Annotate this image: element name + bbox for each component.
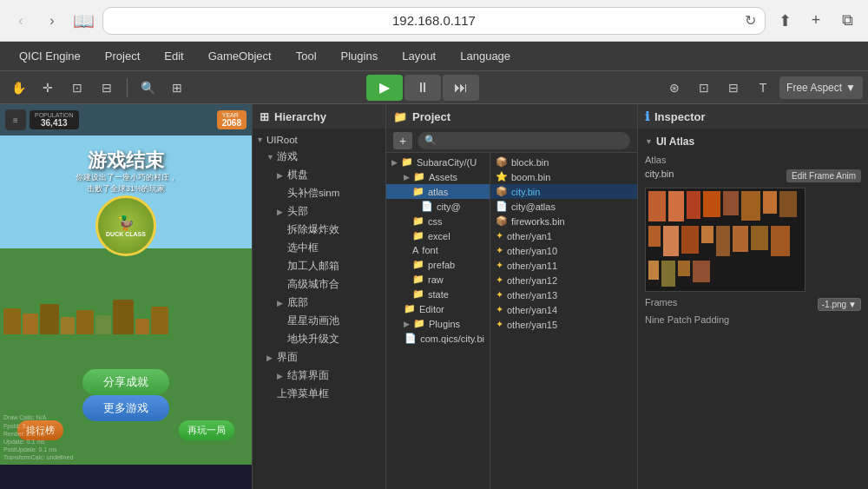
hierarchy-item-head[interactable]: ▶ 头部 [253, 202, 385, 221]
aspect-dropdown[interactable]: Free Aspect ▼ [779, 76, 863, 99]
hierarchy-item-game[interactable]: ▼ 游戏 [253, 148, 385, 166]
grid-tool[interactable]: ⊞ [164, 76, 190, 100]
sparkle-icon: ✦ [496, 245, 503, 256]
obj-tool-3[interactable]: ⊟ [720, 76, 746, 100]
file-other-yan11[interactable]: ✦ other/yan11 [490, 258, 637, 273]
stat-bar: ≡ POPULATION 36,413 YEAR 2068 [0, 104, 252, 135]
pause-button[interactable]: ⏸ [404, 75, 441, 101]
folder-com-qics[interactable]: 📄 com.qics/city.bi [386, 331, 490, 346]
project-add-button[interactable]: + [393, 132, 412, 149]
population-display: POPULATION 36,413 [30, 110, 79, 129]
folder-atlas[interactable]: 📁 atlas [386, 184, 490, 199]
hierarchy-item-bottom[interactable]: ▶ 底部 [253, 294, 385, 312]
file-boom-bin[interactable]: ⭐ boom.bin [490, 169, 637, 184]
file-other-yan15[interactable]: ✦ other/yan15 [490, 317, 637, 332]
menu-qici-engine[interactable]: QICI Engine [7, 46, 93, 66]
file-icon: 📦 [496, 156, 508, 168]
hierarchy-item-ui[interactable]: ▶ 界面 [253, 348, 385, 367]
stat-menu-button[interactable]: ≡ [5, 109, 26, 130]
file-list: 📦 block.bin ⭐ boom.bin 📦 city.bin 📄 city… [490, 153, 637, 489]
frames-value: -1.png [822, 300, 846, 309]
folder-raw[interactable]: 📁 raw [386, 272, 490, 287]
file-other-yan1[interactable]: ✦ other/yan1 [490, 228, 637, 243]
game-background: ≡ POPULATION 36,413 YEAR 2068 游戏结束 你建设出了… [0, 104, 252, 465]
folder-state[interactable]: 📁 state [386, 287, 490, 301]
rect-tool[interactable]: ⊟ [94, 76, 120, 100]
hierarchy-item-explode[interactable]: 拆除爆炸效 [253, 221, 385, 239]
folder-editor[interactable]: 📁 Editor [386, 301, 490, 316]
toolbar-divider-1 [127, 78, 128, 97]
project-search-box[interactable]: 🔍 [418, 132, 630, 149]
aspect-arrow: ▼ [845, 82, 856, 94]
file-other-yan13[interactable]: ✦ other/yan13 [490, 287, 637, 302]
hierarchy-item-uiroot[interactable]: ▼ UIRoot [253, 132, 385, 148]
back-button[interactable]: ‹ [9, 9, 33, 33]
sparkle-icon: ✦ [496, 260, 503, 271]
folder-css[interactable]: 📁 css [386, 214, 490, 228]
scale-tool[interactable]: ⊡ [64, 76, 90, 100]
menu-edit[interactable]: Edit [152, 46, 195, 66]
folder-icon: 📁 [412, 215, 424, 227]
folder-city-at[interactable]: 📄 city@ [386, 199, 490, 214]
inspector-panel: ℹ Inspector ▼ UI Atlas Atlas city.bin Ed… [638, 104, 868, 489]
file-other-yan10[interactable]: ✦ other/yan10 [490, 243, 637, 258]
folder-icon: 📁 [413, 171, 425, 182]
hierarchy-item-highcity[interactable]: 高级城市合 [253, 275, 385, 294]
menu-language[interactable]: Language [448, 46, 523, 66]
debug-overlay: Draw Calls: N/A FpsId: 3 Render: 2.6 ms … [3, 413, 73, 461]
hierarchy-item-stars[interactable]: 星星动画池 [253, 312, 385, 330]
hierarchy-tree: ▼ UIRoot ▼ 游戏 ▶ 棋盘 [253, 129, 385, 489]
folder-plugins[interactable]: ▶ 📁 Plugins [386, 316, 490, 331]
file-icon: ⭐ [496, 171, 508, 182]
hierarchy-item-mail[interactable]: 加工人邮箱 [253, 257, 385, 275]
file-other-yan14[interactable]: ✦ other/yan14 [490, 302, 637, 317]
file-fireworks-bin[interactable]: 📦 fireworks.bin [490, 214, 637, 228]
step-button[interactable]: ⏭ [443, 75, 479, 101]
menu-layout[interactable]: Layout [390, 46, 448, 66]
folder-subara-city[interactable]: ▶ 📁 SubaraCity/(U [386, 155, 490, 169]
text-tool[interactable]: T [750, 76, 776, 100]
windows-button[interactable]: ⧉ [835, 9, 859, 33]
hierarchy-item-popup[interactable]: 上弹菜单框 [253, 385, 385, 403]
file-block-bin[interactable]: 📦 block.bin [490, 155, 637, 169]
hierarchy-item-select-box[interactable]: 选中框 [253, 239, 385, 257]
hierarchy-item-chessboard[interactable]: ▶ 棋盘 [253, 166, 385, 184]
game-subtitle-1: 你建设出了一座小巧的村庄， [76, 172, 177, 183]
folder-font[interactable]: A font [386, 243, 490, 257]
inspector-content: ▼ UI Atlas Atlas city.bin Edit Frame Ani… [638, 129, 868, 489]
share-achievement-button[interactable]: 分享成就 [82, 369, 169, 395]
file-other-yan12[interactable]: ✦ other/yan12 [490, 273, 637, 287]
menu-tool[interactable]: Tool [284, 46, 329, 66]
zoom-tool[interactable]: 🔍 [135, 76, 161, 100]
menu-gameobject[interactable]: GameObject [196, 46, 284, 66]
menu-project[interactable]: Project [93, 46, 152, 66]
obj-tool-1[interactable]: ⊛ [661, 76, 687, 100]
edit-frame-anim-button[interactable]: Edit Frame Anim [786, 169, 861, 182]
project-title: Project [412, 110, 450, 123]
frames-dropdown[interactable]: -1.png ▼ [818, 298, 861, 311]
hierarchy-item-settlement[interactable]: ▶ 结算界面 [253, 367, 385, 385]
url-bar[interactable]: 192.168.0.117 ↻ [102, 7, 766, 35]
new-tab-button[interactable]: + [804, 9, 828, 33]
share-button[interactable]: ⬆ [773, 9, 797, 33]
obj-tool-2[interactable]: ⊡ [691, 76, 717, 100]
refresh-icon[interactable]: ↻ [745, 12, 756, 29]
forward-button[interactable]: › [40, 9, 64, 33]
folder-prefab[interactable]: 📁 prefab [386, 257, 490, 272]
folder-assets[interactable]: ▶ 📁 Assets [386, 169, 490, 184]
hierarchy-item-tiles[interactable]: 地块升级文 [253, 330, 385, 348]
move-tool[interactable]: ✛ [35, 76, 61, 100]
play-button[interactable]: ▶ [366, 75, 403, 101]
project-content: ▶ 📁 SubaraCity/(U ▶ 📁 Assets 📁 atlas [386, 153, 637, 489]
project-toolbar: + 🔍 [386, 129, 637, 153]
replay-button[interactable]: 再玩一局 [179, 420, 234, 440]
file-city-atlas[interactable]: 📄 city@atlas [490, 199, 637, 214]
frames-arrow: ▼ [848, 300, 857, 309]
hand-tool[interactable]: ✋ [5, 76, 31, 100]
hierarchy-item-head-comp[interactable]: 头补偿sinm [253, 184, 385, 202]
folder-excel[interactable]: 📁 excel [386, 228, 490, 243]
file-city-bin[interactable]: 📦 city.bin [490, 184, 637, 199]
more-games-button[interactable]: 更多游戏 [82, 395, 169, 421]
menu-plugins[interactable]: Plugins [329, 46, 391, 66]
atlas-value: city.bin [645, 169, 674, 179]
